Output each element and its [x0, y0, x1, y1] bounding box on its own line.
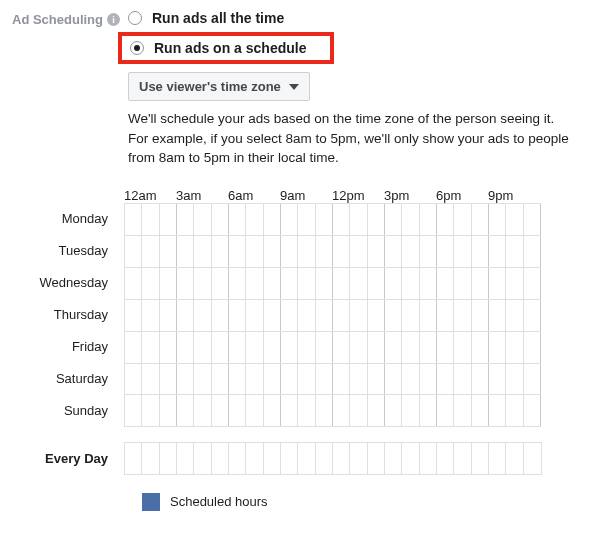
schedule-cell[interactable] — [454, 300, 471, 331]
schedule-cell[interactable] — [177, 395, 194, 426]
schedule-cell[interactable] — [281, 332, 298, 363]
schedule-cell[interactable] — [524, 268, 541, 299]
schedule-cell[interactable] — [350, 364, 367, 395]
schedule-cell[interactable] — [350, 204, 367, 235]
schedule-cell[interactable] — [333, 268, 350, 299]
schedule-cell[interactable] — [506, 364, 523, 395]
schedule-cell[interactable] — [212, 332, 229, 363]
schedule-cell[interactable] — [368, 236, 385, 267]
schedule-cell[interactable] — [264, 332, 281, 363]
schedule-cell[interactable] — [489, 332, 506, 363]
schedule-cell[interactable] — [506, 204, 523, 235]
schedule-cell[interactable] — [316, 268, 333, 299]
schedule-cell[interactable] — [212, 236, 229, 267]
every-day-cell[interactable] — [524, 443, 541, 474]
every-day-cell[interactable] — [489, 443, 506, 474]
schedule-cell[interactable] — [489, 236, 506, 267]
schedule-cell[interactable] — [281, 236, 298, 267]
every-day-grid[interactable] — [124, 442, 542, 475]
schedule-cell[interactable] — [246, 236, 263, 267]
schedule-cell[interactable] — [385, 395, 402, 426]
every-day-cell[interactable] — [454, 443, 471, 474]
schedule-cell[interactable] — [298, 204, 315, 235]
schedule-cell[interactable] — [142, 332, 159, 363]
schedule-cell[interactable] — [368, 268, 385, 299]
schedule-cell[interactable] — [420, 395, 437, 426]
schedule-cell[interactable] — [489, 268, 506, 299]
schedule-cell[interactable] — [402, 204, 419, 235]
schedule-cell[interactable] — [385, 268, 402, 299]
schedule-cell[interactable] — [281, 300, 298, 331]
every-day-cell[interactable] — [177, 443, 194, 474]
schedule-cell[interactable] — [506, 395, 523, 426]
schedule-cell[interactable] — [454, 268, 471, 299]
schedule-cell[interactable] — [212, 268, 229, 299]
schedule-cell[interactable] — [368, 204, 385, 235]
schedule-cell[interactable] — [194, 332, 211, 363]
timezone-dropdown[interactable]: Use viewer's time zone — [128, 72, 310, 101]
schedule-cell[interactable] — [437, 204, 454, 235]
schedule-cell[interactable] — [333, 395, 350, 426]
schedule-cell[interactable] — [489, 300, 506, 331]
schedule-cell[interactable] — [125, 268, 142, 299]
schedule-cell[interactable] — [489, 395, 506, 426]
day-grid-row[interactable] — [124, 267, 541, 299]
schedule-cell[interactable] — [420, 236, 437, 267]
every-day-cell[interactable] — [246, 443, 263, 474]
schedule-cell[interactable] — [333, 364, 350, 395]
schedule-cell[interactable] — [229, 332, 246, 363]
day-grid-row[interactable] — [124, 299, 541, 331]
schedule-cell[interactable] — [472, 236, 489, 267]
schedule-cell[interactable] — [385, 300, 402, 331]
schedule-cell[interactable] — [472, 204, 489, 235]
schedule-cell[interactable] — [454, 204, 471, 235]
schedule-cell[interactable] — [125, 300, 142, 331]
schedule-cell[interactable] — [177, 236, 194, 267]
every-day-cell[interactable] — [160, 443, 177, 474]
day-grid-row[interactable] — [124, 331, 541, 363]
schedule-cell[interactable] — [264, 300, 281, 331]
every-day-cell[interactable] — [420, 443, 437, 474]
schedule-cell[interactable] — [524, 236, 541, 267]
schedule-cell[interactable] — [333, 204, 350, 235]
every-day-cell[interactable] — [142, 443, 159, 474]
schedule-cell[interactable] — [298, 300, 315, 331]
schedule-cell[interactable] — [402, 364, 419, 395]
schedule-cell[interactable] — [316, 204, 333, 235]
schedule-cell[interactable] — [177, 268, 194, 299]
every-day-cell[interactable] — [229, 443, 246, 474]
schedule-cell[interactable] — [350, 300, 367, 331]
schedule-cell[interactable] — [229, 204, 246, 235]
schedule-cell[interactable] — [212, 204, 229, 235]
schedule-cell[interactable] — [177, 300, 194, 331]
every-day-cell[interactable] — [472, 443, 489, 474]
schedule-cell[interactable] — [229, 364, 246, 395]
schedule-cell[interactable] — [125, 332, 142, 363]
schedule-cell[interactable] — [489, 364, 506, 395]
schedule-cell[interactable] — [316, 395, 333, 426]
schedule-cell[interactable] — [160, 268, 177, 299]
schedule-cell[interactable] — [437, 395, 454, 426]
schedule-cell[interactable] — [472, 300, 489, 331]
schedule-cell[interactable] — [229, 395, 246, 426]
schedule-cell[interactable] — [160, 395, 177, 426]
schedule-cell[interactable] — [246, 268, 263, 299]
schedule-cell[interactable] — [142, 364, 159, 395]
schedule-cell[interactable] — [194, 236, 211, 267]
schedule-cell[interactable] — [524, 204, 541, 235]
schedule-cell[interactable] — [385, 332, 402, 363]
schedule-cell[interactable] — [333, 332, 350, 363]
schedule-cell[interactable] — [472, 364, 489, 395]
schedule-cell[interactable] — [368, 395, 385, 426]
schedule-cell[interactable] — [177, 204, 194, 235]
schedule-cell[interactable] — [454, 364, 471, 395]
schedule-cell[interactable] — [246, 364, 263, 395]
schedule-cell[interactable] — [264, 204, 281, 235]
schedule-cell[interactable] — [264, 395, 281, 426]
schedule-cell[interactable] — [454, 332, 471, 363]
schedule-cell[interactable] — [142, 268, 159, 299]
schedule-cell[interactable] — [524, 300, 541, 331]
schedule-cell[interactable] — [160, 300, 177, 331]
schedule-cell[interactable] — [420, 364, 437, 395]
every-day-cell[interactable] — [125, 443, 142, 474]
